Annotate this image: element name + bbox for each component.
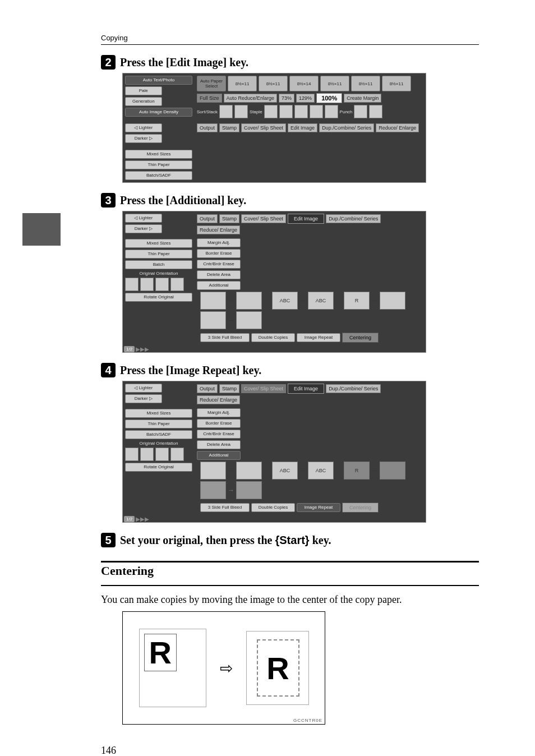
lighter-button[interactable]: ◁ Lighter: [125, 123, 162, 132]
auto-paper-select-button[interactable]: Auto Paper Select: [197, 76, 226, 91]
darker-button[interactable]: Darker ▷: [125, 394, 162, 403]
punch-icon[interactable]: [354, 105, 367, 118]
abc-mode-icon[interactable]: ABC: [308, 292, 334, 310]
border-erase-button[interactable]: Border Erase: [197, 249, 241, 258]
repeat-mode-icon-selected[interactable]: R: [344, 462, 370, 480]
dup-combine-tab[interactable]: Dup./Combine/ Series: [326, 384, 381, 393]
abc-mode-icon[interactable]: ABC: [272, 462, 298, 480]
orientation-icon[interactable]: [125, 448, 139, 461]
margin-adj-button[interactable]: Margin Adj.: [197, 238, 241, 247]
next-page-icon[interactable]: ▶▶▶: [136, 516, 149, 522]
paper-size-button[interactable]: 8½×11: [351, 76, 380, 91]
rotate-original-button[interactable]: Rotate Original: [125, 293, 192, 302]
staple-icon[interactable]: [310, 105, 323, 118]
repeat-mode-icon[interactable]: R: [344, 292, 370, 310]
mode-icon[interactable]: [200, 292, 226, 310]
batch-button[interactable]: Batch: [125, 260, 192, 269]
double-copies-button[interactable]: Double Copies: [251, 333, 295, 342]
paper-size-button[interactable]: 8½×11: [228, 76, 257, 91]
paper-size-button[interactable]: 8½×11: [382, 76, 411, 91]
reduce-enlarge-tab[interactable]: Reduce/ Enlarge: [197, 395, 240, 404]
cntr-brdr-erase-button[interactable]: Cntr/Brdr Erase: [197, 260, 241, 269]
output-tab[interactable]: Output: [197, 123, 218, 132]
stack-icon[interactable]: [234, 105, 248, 118]
edit-image-tab-selected[interactable]: Edit Image: [288, 214, 324, 224]
mode-icon[interactable]: [236, 462, 262, 480]
orientation-icon[interactable]: [155, 448, 169, 461]
abc-mode-icon[interactable]: ABC: [272, 292, 298, 310]
output-tab[interactable]: Output: [197, 384, 218, 393]
staple-icon[interactable]: [279, 105, 293, 118]
delete-area-button[interactable]: Delete Area: [197, 440, 241, 449]
cover-slip-tab[interactable]: Cover/ Slip Sheet: [241, 123, 286, 132]
center-mode-icon[interactable]: [200, 311, 226, 329]
dup-combine-tab[interactable]: Dup./Combine/ Series: [326, 214, 381, 223]
mode-icon[interactable]: [236, 292, 262, 310]
auto-text-photo-button[interactable]: Auto Text/Photo: [125, 76, 192, 85]
auto-reduce-enlarge-button[interactable]: Auto Reduce/Enlarge: [224, 94, 278, 103]
repeat-mode-icon[interactable]: [380, 292, 405, 310]
repeat-mode-icon-selected[interactable]: [380, 462, 405, 480]
generation-button[interactable]: Generation: [125, 97, 162, 106]
rotate-original-button[interactable]: Rotate Original: [125, 463, 192, 472]
cover-slip-tab[interactable]: Cover/ Slip Sheet: [241, 214, 286, 223]
thin-paper-button[interactable]: Thin Paper: [125, 160, 192, 169]
staple-icon[interactable]: [294, 105, 308, 118]
lighter-button[interactable]: ◁ Lighter: [125, 214, 162, 223]
margin-adj-button[interactable]: Margin Adj.: [197, 408, 241, 417]
staple-icon[interactable]: [264, 105, 278, 118]
stamp-tab[interactable]: Stamp: [219, 214, 239, 223]
reduce-enlarge-tab[interactable]: Reduce/ Enlarge: [376, 123, 419, 132]
punch-icon[interactable]: [369, 105, 382, 118]
mixed-sizes-button[interactable]: Mixed Sizes: [125, 239, 192, 248]
batch-sadf-button[interactable]: Batch/SADF: [125, 430, 192, 439]
dup-combine-tab[interactable]: Dup./Combine/ Series: [319, 123, 374, 132]
orientation-icon[interactable]: [140, 278, 154, 291]
full-size-button[interactable]: Full Size: [197, 94, 222, 103]
mixed-sizes-button[interactable]: Mixed Sizes: [125, 150, 192, 159]
thin-paper-button[interactable]: Thin Paper: [125, 250, 192, 259]
delete-area-button[interactable]: Delete Area: [197, 270, 241, 279]
next-page-icon[interactable]: ▶▶▶: [136, 346, 149, 352]
border-erase-button[interactable]: Border Erase: [197, 419, 241, 428]
additional-button-selected[interactable]: Additional: [197, 451, 241, 460]
thin-paper-button[interactable]: Thin Paper: [125, 420, 192, 428]
darker-button[interactable]: Darker ▷: [125, 134, 162, 143]
darker-button[interactable]: Darker ▷: [125, 224, 162, 233]
create-margin-button[interactable]: Create Margin: [344, 94, 381, 103]
staple-icon[interactable]: [325, 105, 338, 118]
stamp-tab[interactable]: Stamp: [219, 384, 239, 393]
orientation-icon[interactable]: [170, 448, 184, 461]
mode-icon[interactable]: [200, 462, 226, 480]
abc-mode-icon[interactable]: ABC: [308, 462, 334, 480]
stamp-tab[interactable]: Stamp: [219, 123, 239, 132]
orientation-icon[interactable]: [125, 278, 139, 291]
orientation-icon[interactable]: [155, 278, 169, 291]
paper-size-button[interactable]: 8½×14: [289, 76, 319, 91]
orientation-icon[interactable]: [170, 278, 184, 291]
double-copies-button[interactable]: Double Copies: [251, 503, 295, 512]
reduce-enlarge-tab[interactable]: Reduce/ Enlarge: [197, 225, 240, 234]
mixed-sizes-button[interactable]: Mixed Sizes: [125, 409, 192, 418]
sort-icon[interactable]: [219, 105, 233, 118]
cntr-brdr-erase-button[interactable]: Cntr/Brdr Erase: [197, 430, 241, 439]
output-tab[interactable]: Output: [197, 214, 218, 223]
zoom-129-button[interactable]: 129%: [296, 94, 315, 103]
pale-button[interactable]: Pale: [125, 86, 162, 95]
image-repeat-button[interactable]: Image Repeat: [297, 333, 340, 342]
batch-sadf-button[interactable]: Batch/SADF: [125, 171, 192, 180]
paper-size-button[interactable]: 8½×11: [259, 76, 288, 91]
image-repeat-button-selected[interactable]: Image Repeat: [297, 503, 340, 512]
three-side-full-bleed-button[interactable]: 3 Side Full Bleed: [200, 333, 250, 342]
three-side-full-bleed-button[interactable]: 3 Side Full Bleed: [200, 503, 250, 512]
orientation-icon[interactable]: [140, 448, 154, 461]
auto-image-density-button[interactable]: Auto Image Density: [125, 108, 192, 117]
edit-image-tab-selected[interactable]: Edit Image: [288, 384, 324, 394]
center-mode-icon[interactable]: [236, 311, 262, 329]
edit-image-tab[interactable]: Edit Image: [288, 123, 317, 132]
additional-button[interactable]: Additional: [197, 281, 241, 290]
zoom-73-button[interactable]: 73%: [279, 94, 294, 103]
lighter-button[interactable]: ◁ Lighter: [125, 384, 162, 393]
centering-button[interactable]: Centering: [342, 333, 379, 343]
paper-size-button[interactable]: 8½×11: [320, 76, 349, 91]
